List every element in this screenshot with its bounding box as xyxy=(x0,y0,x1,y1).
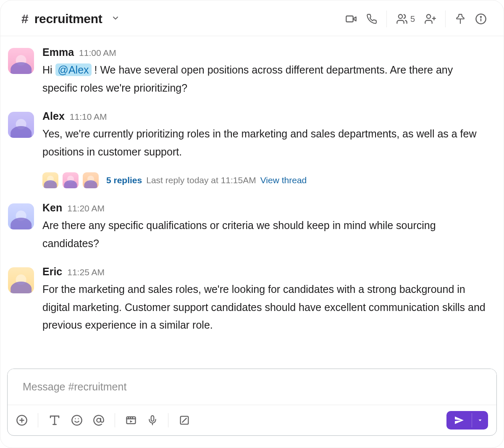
svg-marker-20 xyxy=(130,420,133,423)
microphone-icon[interactable] xyxy=(147,415,158,426)
composer xyxy=(7,369,497,436)
author[interactable]: Ken xyxy=(42,202,62,214)
separator xyxy=(38,413,38,427)
avatar[interactable] xyxy=(8,267,34,293)
thread-avatar xyxy=(63,172,79,188)
author[interactable]: Eric xyxy=(42,266,62,278)
message: Ken 11:20 AM Are there any specific qual… xyxy=(8,196,487,260)
timestamp: 11:10 AM xyxy=(70,112,107,122)
message-body: Ken 11:20 AM Are there any specific qual… xyxy=(42,202,487,252)
message-text: Are there any specific qualifications or… xyxy=(42,216,487,252)
emoji-icon[interactable] xyxy=(71,414,83,426)
message: Eric 11:25 AM For the marketing and sale… xyxy=(8,260,487,342)
thread-avatar xyxy=(42,172,58,188)
svg-point-15 xyxy=(72,415,81,425)
composer-area xyxy=(0,369,504,448)
timestamp: 11:00 AM xyxy=(79,48,116,58)
avatar[interactable] xyxy=(8,112,34,138)
author[interactable]: Alex xyxy=(42,110,65,122)
members-count-value: 5 xyxy=(410,14,415,24)
svg-point-9 xyxy=(480,16,481,17)
add-user-icon[interactable] xyxy=(424,13,436,25)
timestamp: 11:20 AM xyxy=(67,203,105,213)
avatar[interactable] xyxy=(8,48,34,74)
send-button[interactable] xyxy=(446,411,488,430)
message-text: Yes, we're currently prioritizing roles … xyxy=(42,125,487,161)
svg-point-3 xyxy=(427,15,430,18)
message-body: Eric 11:25 AM For the marketing and sale… xyxy=(42,266,487,334)
separator xyxy=(168,413,168,427)
attach-icon[interactable] xyxy=(16,414,28,426)
mention-icon[interactable] xyxy=(93,414,105,426)
separator xyxy=(445,11,446,27)
video-clip-icon[interactable] xyxy=(125,414,137,426)
chat-app: # recruitment 5 xyxy=(0,0,504,448)
avatar[interactable] xyxy=(8,203,34,229)
send-icon[interactable] xyxy=(446,411,472,430)
separator xyxy=(115,413,115,427)
text-segment: ! We have several open positions across … xyxy=(42,64,453,94)
message-text: For the marketing and sales roles, we're… xyxy=(42,280,487,334)
members-count[interactable]: 5 xyxy=(396,13,415,25)
svg-rect-0 xyxy=(346,16,353,22)
shortcuts-icon[interactable] xyxy=(178,414,190,426)
channel-name: recruitment xyxy=(34,12,102,26)
thread-avatar xyxy=(83,172,99,188)
message-input[interactable] xyxy=(8,369,496,405)
hash-icon: # xyxy=(21,12,29,26)
people-icon xyxy=(396,13,408,25)
svg-point-2 xyxy=(399,15,402,18)
svg-point-18 xyxy=(97,418,100,422)
video-call-icon[interactable] xyxy=(345,13,357,25)
text-segment: Hi xyxy=(42,64,55,76)
separator xyxy=(386,11,387,27)
formatting-icon[interactable] xyxy=(48,414,61,427)
channel-header: # recruitment 5 xyxy=(0,0,504,36)
send-options-icon[interactable] xyxy=(472,413,488,427)
info-icon[interactable] xyxy=(475,13,487,25)
author[interactable]: Emma xyxy=(42,46,74,58)
message-body: Alex 11:10 AM Yes, we're currently prior… xyxy=(42,110,487,188)
message: Emma 11:00 AM Hi @Alex ! We have several… xyxy=(8,40,487,104)
timestamp: 11:25 AM xyxy=(67,267,105,277)
svg-marker-24 xyxy=(479,419,482,421)
message-text: Hi @Alex ! We have several open position… xyxy=(42,61,487,97)
thread-replies-count: 5 replies xyxy=(106,175,142,185)
pin-icon[interactable] xyxy=(455,13,466,24)
view-thread-link[interactable]: View thread xyxy=(260,175,307,185)
composer-toolbar xyxy=(8,405,496,435)
header-actions: 5 xyxy=(345,11,487,27)
svg-line-23 xyxy=(182,418,186,422)
message: Alex 11:10 AM Yes, we're currently prior… xyxy=(8,104,487,196)
message-list: Emma 11:00 AM Hi @Alex ! We have several… xyxy=(0,36,504,369)
phone-call-icon[interactable] xyxy=(366,13,377,24)
channel-title[interactable]: # recruitment xyxy=(21,12,120,26)
thread-last-reply: Last reply today at 11:15AM xyxy=(146,175,256,185)
thread-summary[interactable]: 5 replies Last reply today at 11:15AM Vi… xyxy=(42,172,487,188)
message-body: Emma 11:00 AM Hi @Alex ! We have several… xyxy=(42,46,487,97)
chevron-down-icon xyxy=(111,14,120,24)
mention[interactable]: @Alex xyxy=(55,63,92,76)
